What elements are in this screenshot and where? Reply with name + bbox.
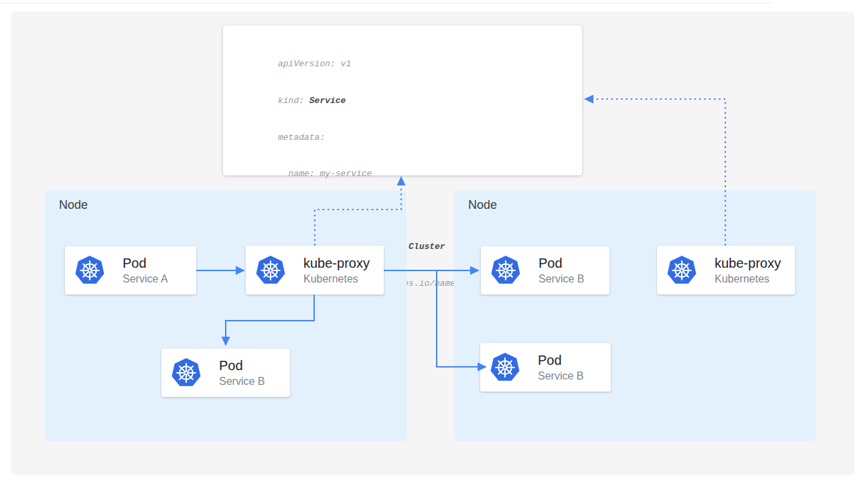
card-subtitle: Service B [538, 370, 583, 382]
yaml-line: name: my-service [278, 168, 492, 180]
card-subtitle: Service A [123, 273, 168, 285]
yaml-line: kind: Service [278, 95, 492, 107]
kubernetes-icon [666, 255, 697, 286]
pod-service-b-right-top-card: Pod Service B [481, 246, 609, 295]
card-title: kube-proxy [303, 256, 370, 271]
pod-service-a-card: Pod Service A [65, 246, 196, 295]
node-box-right: Node [454, 190, 816, 441]
card-title: kube-proxy [715, 256, 781, 271]
kubernetes-icon [490, 352, 520, 383]
node-box-left: Node [45, 190, 407, 441]
kubernetes-icon [490, 255, 521, 286]
card-subtitle: Kubernetes [303, 273, 370, 285]
card-subtitle: Service B [219, 376, 265, 388]
card-title: Pod [538, 353, 583, 368]
node-label: Node [59, 198, 88, 212]
yaml-line: apiVersion: v1 [278, 58, 492, 70]
service-yaml-card: apiVersion: v1 kind: Service metadata: n… [223, 25, 582, 175]
card-title: Pod [123, 256, 168, 271]
kubernetes-icon [74, 255, 105, 286]
card-title: Pod [538, 256, 584, 271]
card-subtitle: Kubernetes [715, 273, 781, 285]
card-title: Pod [219, 358, 265, 374]
kubernetes-icon [171, 357, 202, 388]
card-subtitle: Service B [538, 273, 584, 285]
yaml-line: metadata: [278, 132, 492, 144]
kube-proxy-right-card: kube-proxy Kubernetes [657, 246, 795, 295]
node-label: Node [468, 198, 497, 212]
pod-service-b-left-card: Pod Service B [161, 349, 290, 397]
kube-proxy-left-card: kube-proxy Kubernetes [246, 246, 384, 295]
kubernetes-icon [255, 255, 286, 286]
pod-service-b-right-bottom-card: Pod Service B [480, 343, 611, 392]
window-top-border [0, 3, 772, 3]
kubernetes-internal-traffic-policy-diagram: apiVersion: v1 kind: Service metadata: n… [0, 0, 868, 488]
